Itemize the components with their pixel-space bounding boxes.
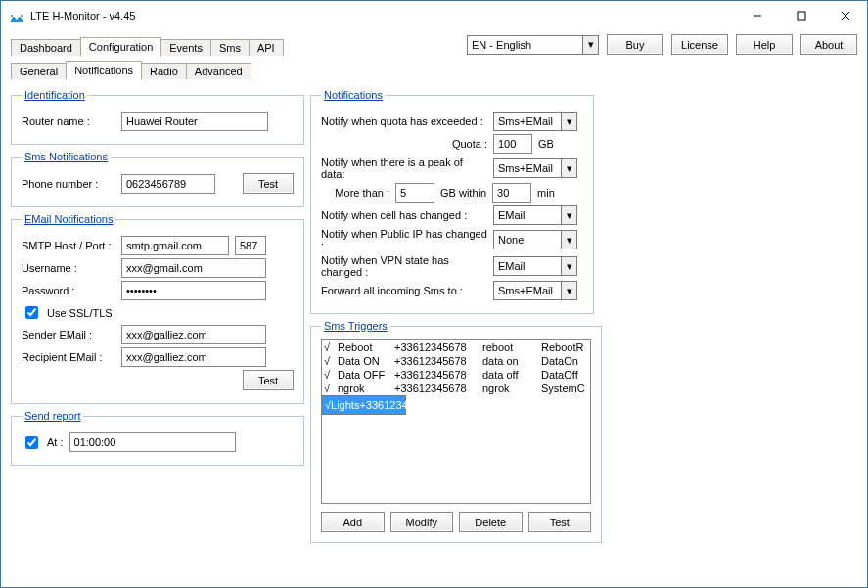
quota-unit: GB — [538, 138, 554, 150]
ssl-checkbox[interactable] — [25, 306, 38, 319]
sub-tab-general[interactable]: General — [11, 63, 67, 79]
window-controls — [735, 1, 867, 30]
trigger-modify-button[interactable]: Modify — [390, 512, 454, 532]
more-than-unit: GB within — [440, 187, 486, 199]
fwd-select[interactable]: Sms+EMail ▾ — [493, 281, 577, 300]
within-unit: min — [537, 187, 555, 199]
app-icon — [9, 8, 24, 23]
main-tab-sms[interactable]: Sms — [210, 39, 250, 56]
chevron-down-icon: ▾ — [561, 231, 576, 249]
sender-input[interactable] — [121, 325, 266, 344]
notifications-group: Notifications Notify when quota has exce… — [310, 89, 594, 314]
fwd-label: Forward all incoming Sms to : — [321, 285, 487, 296]
smtp-port-input[interactable] — [235, 236, 266, 255]
trigger-row[interactable]: √Reboot+33612345678rebootRebootR — [322, 340, 590, 354]
sms-test-button[interactable]: Test — [243, 173, 294, 194]
svg-point-0 — [11, 15, 13, 17]
ssl-label: Use SSL/TLS — [47, 307, 113, 319]
more-than-label: More than : — [321, 187, 389, 199]
within-input[interactable] — [492, 183, 531, 203]
vpn-select[interactable]: EMail ▾ — [493, 256, 577, 276]
maximize-button[interactable] — [779, 1, 823, 30]
send-report-legend: Send report — [22, 410, 83, 422]
language-select[interactable]: EN - English ▾ — [467, 35, 599, 55]
router-name-label: Router name : — [22, 115, 115, 127]
chevron-down-icon: ▾ — [561, 206, 576, 224]
chevron-down-icon: ▾ — [582, 36, 598, 54]
config-pane: Identification Router name : Sms Notific… — [11, 83, 857, 543]
email-notifications-legend: EMail Notifications — [22, 213, 115, 225]
router-name-input[interactable] — [121, 112, 268, 131]
left-column: Identification Router name : Sms Notific… — [11, 83, 304, 543]
main-tabs: DashboardConfigurationEventsSmsAPI — [11, 34, 283, 56]
subtabs-row: GeneralNotificationsRadioAdvanced — [11, 58, 857, 79]
app-window: LTE H-Monitor - v4.45 DashboardConfigura… — [0, 0, 868, 588]
right-column: Notifications Notify when quota has exce… — [310, 83, 594, 543]
identification-group: Identification Router name : — [11, 89, 304, 145]
main-tab-api[interactable]: API — [249, 39, 284, 56]
at-label: At : — [47, 436, 64, 448]
sender-label: Sender EMail : — [22, 329, 115, 340]
trigger-row[interactable]: √Lights+336123456781234HttpGet — [322, 395, 406, 415]
password-label: Password : — [22, 285, 115, 296]
peak-select[interactable]: Sms+EMail ▾ — [493, 158, 577, 178]
quota-exceeded-label: Notify when quota has exceeded : — [321, 115, 487, 127]
report-time-input[interactable] — [69, 432, 236, 452]
trigger-row[interactable]: √ngrok+33612345678ngrokSystemC — [322, 382, 590, 395]
ip-select[interactable]: None ▾ — [493, 230, 577, 249]
recipient-input[interactable] — [121, 347, 266, 367]
cell-select[interactable]: EMail ▾ — [493, 205, 577, 225]
username-input[interactable] — [121, 258, 266, 278]
sms-notifications-group: Sms Notifications Phone number : Test — [11, 151, 304, 207]
main-tab-dashboard[interactable]: Dashboard — [11, 39, 81, 56]
password-input[interactable] — [121, 281, 266, 300]
chevron-down-icon: ▾ — [561, 257, 576, 275]
about-button[interactable]: About — [800, 34, 857, 55]
topbar-right: EN - English ▾ Buy License Help About — [467, 34, 857, 55]
triggers-list[interactable]: √Reboot+33612345678rebootRebootR√Data ON… — [321, 339, 591, 504]
buy-button[interactable]: Buy — [607, 34, 663, 55]
trigger-delete-button[interactable]: Delete — [459, 512, 523, 532]
content-area: DashboardConfigurationEventsSmsAPI EN - … — [1, 30, 867, 587]
main-tab-configuration[interactable]: Configuration — [80, 37, 161, 57]
close-button[interactable] — [823, 1, 867, 30]
minimize-icon — [753, 11, 762, 21]
sms-triggers-group: Sms Triggers √Reboot+33612345678rebootRe… — [310, 320, 602, 543]
sub-tab-radio[interactable]: Radio — [141, 63, 187, 79]
recipient-label: Recipient EMail : — [22, 351, 115, 363]
trigger-row[interactable]: √Data ON+33612345678data onDataOn — [322, 354, 590, 368]
sms-notifications-legend: Sms Notifications — [22, 151, 111, 162]
trigger-row[interactable]: √Data OFF+33612345678data offDataOff — [322, 368, 590, 382]
quota-label: Quota : — [370, 138, 487, 150]
send-report-group: Send report At : — [11, 410, 304, 466]
send-report-checkbox[interactable] — [25, 436, 38, 449]
chevron-down-icon: ▾ — [561, 159, 576, 177]
ip-label: Notify when Public IP has changed : — [321, 228, 487, 251]
main-tab-events[interactable]: Events — [160, 39, 211, 56]
vpn-label: Notify when VPN state has changed : — [321, 254, 487, 278]
sub-tab-advanced[interactable]: Advanced — [186, 63, 251, 79]
trigger-add-button[interactable]: Add — [321, 512, 385, 532]
language-value: EN - English — [472, 39, 531, 51]
phone-label: Phone number : — [22, 178, 115, 190]
chevron-down-icon: ▾ — [561, 282, 576, 299]
identification-legend: Identification — [22, 89, 88, 101]
svg-rect-3 — [798, 12, 805, 20]
titlebar: LTE H-Monitor - v4.45 — [1, 1, 867, 30]
more-than-input[interactable] — [395, 183, 434, 203]
email-test-button[interactable]: Test — [243, 370, 294, 390]
quota-input[interactable] — [493, 134, 532, 154]
smtp-host-label: SMTP Host / Port : — [22, 240, 115, 251]
peak-label: Notify when there is a peak of data: — [321, 157, 487, 180]
help-button[interactable]: Help — [736, 34, 793, 55]
trigger-test-button[interactable]: Test — [528, 512, 592, 532]
quota-exceeded-select[interactable]: Sms+EMail ▾ — [493, 112, 577, 131]
phone-input[interactable] — [121, 174, 215, 194]
license-button[interactable]: License — [671, 34, 728, 55]
smtp-host-input[interactable] — [121, 236, 229, 255]
minimize-button[interactable] — [735, 1, 779, 30]
sms-triggers-legend: Sms Triggers — [321, 320, 390, 332]
chevron-down-icon: ▾ — [561, 113, 576, 130]
notifications-legend: Notifications — [321, 89, 386, 101]
sub-tab-notifications[interactable]: Notifications — [66, 61, 142, 80]
